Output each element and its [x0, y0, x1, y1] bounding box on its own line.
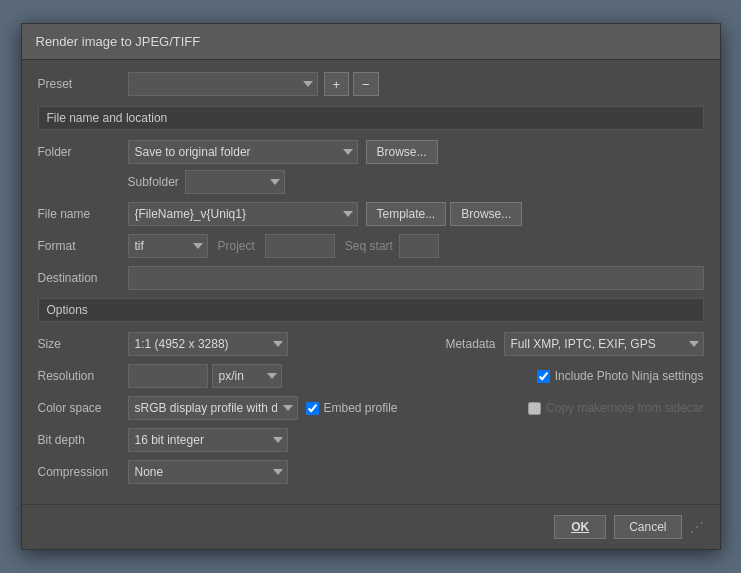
copy-makernote-checkbox[interactable] [528, 402, 541, 415]
add-preset-button[interactable]: + [324, 72, 350, 96]
compression-select[interactable]: None [128, 460, 288, 484]
filename-select[interactable]: {FileName}_v{Uniq1} [128, 202, 358, 226]
copy-makernote-label[interactable]: Copy makernote from sidecar [528, 401, 703, 415]
folder-browse-button[interactable]: Browse... [366, 140, 438, 164]
color-space-select[interactable]: sRGB display profile with displ [128, 396, 298, 420]
preset-label: Preset [38, 77, 128, 91]
subfolder-select[interactable] [185, 170, 285, 194]
destination-label: Destination [38, 271, 128, 285]
dialog-title: Render image to JPEG/TIFF [22, 24, 720, 60]
resolution-input[interactable]: 240 [128, 364, 208, 388]
filename-label: File name [38, 207, 128, 221]
compression-label: Compression [38, 465, 128, 479]
dialog-footer: OK Cancel ⋰ [22, 504, 720, 549]
format-label: Format [38, 239, 128, 253]
bit-depth-select[interactable]: 16 bit integer [128, 428, 288, 452]
resolution-unit-select[interactable]: px/in [212, 364, 282, 388]
format-select[interactable]: tif [128, 234, 208, 258]
preset-select[interactable] [128, 72, 318, 96]
remove-preset-button[interactable]: − [353, 72, 379, 96]
include-photo-settings-checkbox[interactable] [537, 370, 550, 383]
resize-handle-icon: ⋰ [690, 519, 704, 535]
template-button[interactable]: Template... [366, 202, 447, 226]
project-label: Project [218, 239, 255, 253]
project-input[interactable]: Foo [265, 234, 335, 258]
options-header: Options [38, 298, 704, 322]
metadata-label: Metadata [445, 337, 495, 351]
folder-select[interactable]: Save to original folder [128, 140, 358, 164]
embed-profile-label[interactable]: Embed profile [306, 401, 398, 415]
size-label: Size [38, 337, 128, 351]
include-photo-settings-label[interactable]: Include Photo Ninja settings [537, 369, 704, 383]
size-select[interactable]: 1:1 (4952 x 3288) [128, 332, 288, 356]
bit-depth-label: Bit depth [38, 433, 128, 447]
metadata-select[interactable]: Full XMP, IPTC, EXIF, GPS [504, 332, 704, 356]
folder-label: Folder [38, 145, 128, 159]
seq-start-label: Seq start [345, 239, 393, 253]
embed-profile-checkbox[interactable] [306, 402, 319, 415]
render-dialog: Render image to JPEG/TIFF Preset + − Fil… [21, 23, 721, 550]
ok-button[interactable]: OK [554, 515, 606, 539]
color-space-label: Color space [38, 401, 128, 415]
filename-browse-button[interactable]: Browse... [450, 202, 522, 226]
file-name-location-header: File name and location [38, 106, 704, 130]
cancel-button[interactable]: Cancel [614, 515, 681, 539]
subfolder-label: Subfolder [128, 175, 179, 189]
seq-start-input[interactable]: 8 [399, 234, 439, 258]
resolution-label: Resolution [38, 369, 128, 383]
destination-input[interactable]: C:\Users\e2ar\Desktop\439_FUJI\DSCF9211_… [128, 266, 704, 290]
